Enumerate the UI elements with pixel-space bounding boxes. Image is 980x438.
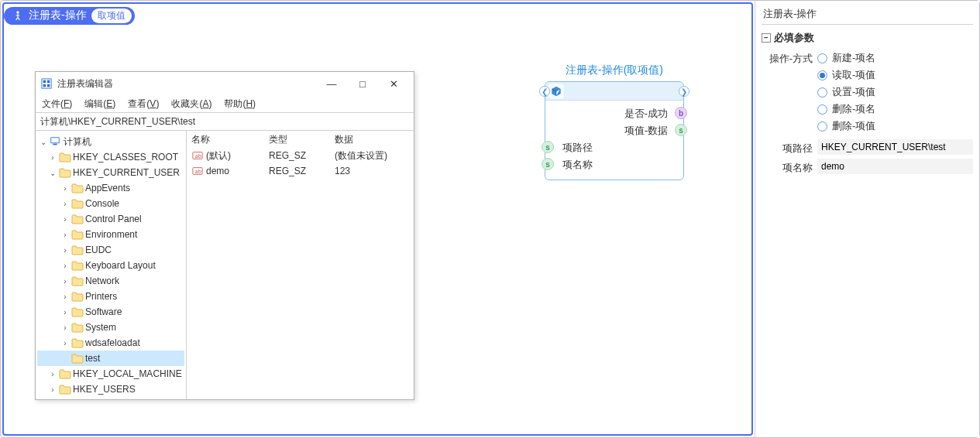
menu-文件[interactable]: 文件(F) (42, 98, 72, 111)
folder-icon (59, 368, 71, 379)
properties-panel: 注册表-操作 − 必填参数 操作-方式 新建-项名读取-项值设置-项值删除-项名… (755, 1, 979, 437)
folder-icon (71, 214, 84, 224)
window-titlebar[interactable]: 注册表编辑器 — □ ✕ (36, 72, 414, 95)
col-header-data[interactable]: 数据 (330, 133, 414, 146)
radio-删除-项名[interactable]: 删除-项名 (817, 102, 973, 116)
tree-key-EUDC[interactable]: ›EUDC (37, 242, 184, 258)
tree-label: Network (85, 275, 119, 286)
tree-label: wdsafeloadat (85, 337, 140, 348)
col-header-name[interactable]: 名称 (187, 133, 264, 146)
expander-icon[interactable]: ⌄ (48, 169, 57, 177)
canvas-subtitle-chip[interactable]: 取项值 (91, 9, 132, 23)
tree-key-test[interactable]: test (37, 351, 184, 366)
folder-icon (71, 183, 84, 193)
tree-key-AppEvents[interactable]: ›AppEvents (37, 180, 184, 196)
tree-hive-HKEY_CLASSES_ROOT[interactable]: ›HKEY_CLASSES_ROOT (37, 149, 184, 165)
expander-icon[interactable]: › (60, 339, 70, 347)
menu-收藏夹[interactable]: 收藏夹(A) (171, 98, 211, 111)
expander-icon[interactable]: › (60, 293, 70, 301)
radio-读取-项值[interactable]: 读取-项值 (817, 68, 973, 82)
tree-key-Console[interactable]: ›Console (37, 196, 184, 211)
radio-dot-icon (817, 104, 827, 115)
tree-label: AppEvents (85, 183, 130, 193)
minimize-button[interactable]: — (316, 73, 347, 94)
tree-key-wdsafeloadat[interactable]: ›wdsafeloadat (37, 335, 184, 351)
expander-icon[interactable]: › (48, 370, 57, 378)
expander-icon[interactable]: › (60, 277, 70, 286)
folder-icon (59, 152, 71, 163)
menu-编辑[interactable]: 编辑(E) (84, 98, 115, 111)
registry-tree[interactable]: ⌄计算机›HKEY_CLASSES_ROOT⌄HKEY_CURRENT_USER… (36, 131, 187, 399)
tree-label: EUDC (85, 245, 112, 255)
radio-删除-项值[interactable]: 删除-项值 (817, 119, 973, 133)
flow-node-title: 注册表-操作(取项值) (545, 63, 684, 77)
expander-icon[interactable]: › (60, 184, 70, 193)
tree-key-Network[interactable]: ›Network (37, 273, 184, 289)
expander-icon[interactable]: › (60, 323, 70, 332)
output-port-icon[interactable]: s (675, 124, 687, 136)
tree-key-Control Panel[interactable]: ›Control Panel (37, 211, 184, 227)
input-port-icon[interactable]: s (542, 141, 554, 153)
close-button[interactable]: ✕ (378, 73, 409, 94)
list-header[interactable]: 名称 类型 数据 (187, 131, 414, 148)
svg-rect-6 (51, 138, 60, 143)
menu-查看[interactable]: 查看(V) (128, 98, 159, 111)
flow-exec-in-icon[interactable]: ❮ (539, 86, 550, 97)
expander-icon[interactable]: › (48, 153, 57, 162)
expander-icon[interactable]: › (60, 246, 70, 255)
col-header-type[interactable]: 类型 (264, 133, 330, 146)
path-input[interactable] (817, 139, 973, 155)
flow-input: s项名称 (548, 156, 680, 173)
input-port-icon[interactable]: s (542, 158, 554, 170)
tree-key-System[interactable]: ›System (37, 320, 184, 335)
tree-root[interactable]: ⌄计算机 (37, 134, 184, 149)
tree-key-Keyboard Layout[interactable]: ›Keyboard Layout (37, 258, 184, 273)
tree-hive-HKEY_LOCAL_MACHINE[interactable]: ›HKEY_LOCAL_MACHINE (37, 366, 184, 382)
string-value-icon: ab (191, 165, 204, 177)
folder-icon (71, 291, 84, 302)
menu-bar: 文件(F)编辑(E)查看(V)收藏夹(A)帮助(H) (36, 95, 414, 112)
tree-label: 计算机 (64, 135, 91, 149)
radio-dot-icon (817, 121, 827, 132)
tree-key-Environment[interactable]: ›Environment (37, 227, 184, 242)
name-input[interactable] (817, 159, 973, 174)
flow-node-header[interactable] (545, 82, 683, 101)
tree-hive-HKEY_CURRENT_USER[interactable]: ⌄HKEY_CURRENT_USER (37, 165, 184, 180)
radio-设置-项值[interactable]: 设置-项值 (817, 85, 973, 99)
mode-radio-group: 新建-项名读取-项值设置-项值删除-项名删除-项值 (817, 50, 973, 133)
tree-hive-HKEY_USERS[interactable]: ›HKEY_USERS (37, 382, 184, 397)
address-bar[interactable]: 计算机\HKEY_CURRENT_USER\test (36, 112, 414, 131)
svg-text:ab: ab (195, 153, 201, 159)
value-row[interactable]: ab(默认)REG_SZ(数值未设置) (187, 148, 414, 163)
flow-exec-out-icon[interactable]: ❯ (679, 86, 689, 97)
folder-icon (71, 198, 84, 209)
expander-icon[interactable]: › (60, 262, 70, 270)
value-row[interactable]: abdemoREG_SZ123 (187, 163, 414, 179)
maximize-button[interactable]: □ (347, 73, 378, 94)
expander-icon[interactable]: › (60, 215, 70, 224)
section-header-required[interactable]: − 必填参数 (762, 28, 973, 48)
window-title: 注册表编辑器 (57, 77, 311, 91)
radio-label: 删除-项值 (832, 119, 875, 133)
tree-label: HKEY_CURRENT_USER (73, 167, 180, 178)
port-label: 项名称 (562, 159, 593, 170)
menu-帮助[interactable]: 帮助(H) (224, 98, 256, 111)
section-title: 必填参数 (774, 31, 814, 45)
expander-icon[interactable]: › (60, 200, 70, 208)
expander-icon[interactable]: › (60, 308, 70, 317)
expander-icon[interactable]: › (60, 231, 70, 239)
tree-label: HKEY_CLASSES_ROOT (73, 152, 178, 163)
flow-node[interactable]: 注册表-操作(取项值) ❮ ❯ 是否-成功b项值-数据ss项路径s项名称 (545, 63, 684, 180)
canvas-header: 注册表-操作 取项值 (4, 4, 751, 29)
radio-label: 删除-项名 (832, 102, 875, 116)
tree-key-Printers[interactable]: ›Printers (37, 289, 184, 304)
values-list[interactable]: 名称 类型 数据 ab(默认)REG_SZ(数值未设置)abdemoREG_SZ… (187, 131, 414, 399)
collapse-icon[interactable]: − (762, 33, 771, 43)
output-port-icon[interactable]: b (675, 107, 687, 119)
tree-key-Software[interactable]: ›Software (37, 304, 184, 320)
radio-新建-项名[interactable]: 新建-项名 (817, 51, 973, 65)
expander-icon[interactable]: › (48, 385, 57, 394)
folder-icon (50, 136, 62, 147)
svg-rect-2 (43, 80, 46, 84)
expander-icon[interactable]: ⌄ (39, 138, 48, 146)
